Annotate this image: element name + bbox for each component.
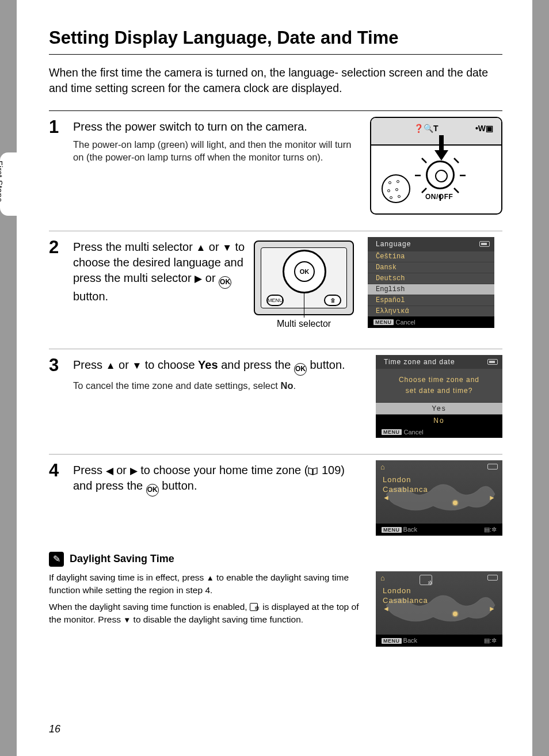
onoff-label: ON/OFF (425, 193, 453, 201)
step-3: 3 Press ▲ or ▼ to choose Yes and press t… (49, 355, 502, 438)
timezone-prompt-screen: Time zone and date Choose time zone and … (376, 355, 502, 438)
page-number: 16 (49, 723, 60, 735)
down-arrow-icon: ▼ (132, 360, 142, 373)
step-2: 2 Press the multi selector ▲ or ▼ to cho… (49, 237, 502, 333)
menu-tag: MENU (382, 638, 402, 644)
trash-button-icon: 🗑 (324, 295, 341, 306)
left-arrow-icon: ◀ (106, 465, 113, 478)
right-arrow-icon: ▶ (130, 465, 138, 478)
note-title: Daylight Saving Time (70, 553, 174, 565)
lcd-footer-cancel: Cancel (404, 429, 424, 436)
battery-icon (487, 575, 498, 581)
dst-help-icon: ▤:✲ (484, 526, 497, 533)
svg-line-5 (454, 158, 459, 163)
page-title: Setting Display Language, Date and Time (49, 28, 502, 55)
zoom-wide-icon: •W▣ (475, 124, 493, 133)
menu-tag: MENU (382, 527, 402, 533)
page: Setting Display Language, Date and Time … (17, 0, 532, 756)
step-4-number: 4 (49, 460, 71, 479)
language-item: Čeština (368, 251, 494, 262)
note-icon: ✎ (49, 552, 64, 567)
svg-line-4 (422, 158, 426, 163)
battery-icon (487, 464, 498, 469)
language-item: Ελληνικά (368, 306, 494, 316)
location-dot-icon (453, 501, 458, 505)
camera-top-figure: ❓🔍T •W▣ ON/OFF (370, 117, 502, 215)
language-screen: Language Čeština Dansk Deutsch English E… (368, 237, 494, 328)
svg-line-6 (422, 188, 426, 193)
step-3-heading: Press ▲ or ▼ to choose Yes and press the… (73, 355, 362, 376)
nav-right-icon: ► (489, 605, 495, 613)
right-arrow-icon: ▶ (195, 273, 202, 286)
ok-button-icon: OK (294, 363, 307, 376)
note-body: If daylight saving time is in effect, pr… (49, 571, 363, 647)
language-item: Español (368, 295, 494, 306)
nav-left-icon: ◄ (383, 494, 390, 502)
option-yes: Yes (376, 402, 502, 414)
home-icon: ⌂ (380, 574, 385, 582)
step-1-subtext: The power-on lamp (green) will light, an… (73, 138, 362, 164)
side-tab-label: First Steps (0, 161, 4, 224)
step-4: 4 Press ◀ or ▶ to choose your home time … (49, 460, 502, 536)
ok-button-icon: OK (146, 484, 159, 497)
language-item-selected: English (368, 284, 494, 295)
dst-indicator-icon (250, 603, 260, 611)
multi-selector-caption: Multi selector (254, 319, 354, 329)
lcd-footer-back: Back (403, 526, 417, 533)
up-arrow-icon: ▲ (207, 573, 214, 583)
dst-help-icon: ▤:✲ (484, 637, 497, 644)
step-3-subtext: To cancel the time zone and date setting… (73, 379, 362, 392)
step-2-heading: Press the multi selector ▲ or ▼ to choos… (73, 237, 246, 304)
step-1-number: 1 (49, 117, 71, 136)
up-arrow-icon: ▲ (196, 242, 205, 255)
nav-left-icon: ◄ (383, 605, 390, 613)
language-item: Dansk (368, 262, 494, 273)
lcd-title-language: Language (376, 240, 411, 248)
down-arrow-icon: ▼ (222, 242, 232, 255)
up-arrow-icon: ▲ (106, 360, 116, 373)
battery-icon (487, 359, 498, 365)
timezone-prompt: Choose time zone and set date and time? (376, 369, 502, 402)
speaker-holes-icon (382, 174, 410, 203)
lcd-footer-cancel: Cancel (396, 319, 415, 326)
option-no: No (376, 414, 502, 426)
svg-line-7 (454, 188, 459, 193)
home-icon: ⌂ (380, 463, 385, 471)
location-dot-icon (453, 612, 458, 616)
timezone-map-dst-screen: ⌂ LondonCasablanca ◄ ► MENU Back (376, 571, 502, 647)
step-1: 1 Press the power switch to turn on the … (49, 117, 502, 215)
menu-button-icon: MENU (266, 295, 284, 306)
nav-right-icon: ► (489, 494, 495, 502)
manual-ref-icon (308, 467, 318, 475)
side-tab: First Steps (0, 152, 17, 216)
down-arrow-icon: ▼ (123, 615, 131, 625)
step-2-number: 2 (49, 237, 71, 256)
timezone-map-screen: ⌂ LondonCasablanca ◄ ► MENU Back ▤:✲ (376, 460, 502, 536)
menu-tag: MENU (382, 429, 402, 435)
menu-tag: MENU (373, 319, 394, 325)
intro-text: When the first time the camera is turned… (49, 65, 502, 97)
timezone-city: LondonCasablanca (383, 475, 428, 495)
multi-selector-figure: OK MENU 🗑 Multi selector (254, 240, 354, 333)
ok-center-icon: OK (294, 261, 315, 282)
battery-icon (479, 241, 490, 247)
timezone-city: LondonCasablanca (383, 586, 428, 606)
language-list: Čeština Dansk Deutsch English Español Ελ… (368, 251, 494, 316)
lcd-footer-back: Back (403, 637, 417, 644)
lcd-title-timezone: Time zone and date (384, 358, 455, 366)
zoom-tele-icon: ❓🔍T (414, 124, 439, 133)
ok-button-icon: OK (219, 276, 231, 289)
step-3-number: 3 (49, 355, 71, 374)
step-1-heading: Press the power switch to turn on the ca… (73, 117, 362, 135)
note-daylight-saving: ✎ Daylight Saving Time If daylight savin… (49, 552, 502, 647)
language-item: Deutsch (368, 273, 494, 284)
step-4-heading: Press ◀ or ▶ to choose your home time zo… (73, 460, 362, 497)
